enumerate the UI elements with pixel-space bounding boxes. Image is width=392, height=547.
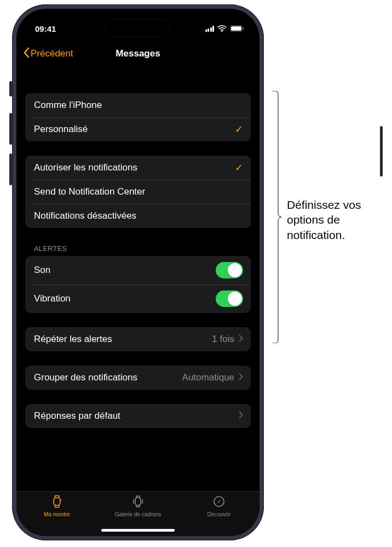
row-label: Vibration [34,293,71,304]
row-notification-grouping[interactable]: Grouper des notifications Automatique [25,366,251,390]
alerts-section-header: ALERTES [34,244,251,253]
navigation-bar: Précédent Messages [16,42,260,66]
checkmark-icon: ✓ [235,124,243,134]
phone-power-button [380,126,383,176]
tab-my-watch[interactable]: Ma montre [16,495,97,536]
row-value: Automatique [182,372,234,383]
row-sound: Son [25,256,251,284]
page-title: Messages [116,48,160,59]
tab-discover[interactable]: Découvrir [178,495,260,536]
grouping-group: Grouper des notifications Automatique [25,366,251,390]
chevron-right-icon [239,334,243,345]
status-time: 09:41 [35,24,56,33]
dynamic-island [106,19,170,37]
row-allow-notifications[interactable]: Autoriser les notifications ✓ [25,156,251,180]
wifi-icon [217,25,227,32]
row-repeat-alerts[interactable]: Répéter les alertes 1 fois [25,327,251,351]
row-send-notification-center[interactable]: Send to Notification Center [25,180,251,204]
callout-bracket [272,91,281,343]
row-label: Réponses par défaut [34,411,120,421]
row-label: Personnalisé [34,124,88,135]
sound-toggle[interactable] [216,262,243,278]
svg-point-4 [61,499,62,500]
row-default-replies[interactable]: Réponses par défaut [25,404,251,428]
back-button[interactable]: Précédent [23,47,73,61]
gallery-icon [131,495,145,509]
chevron-right-icon [239,372,243,383]
row-custom[interactable]: Personnalisé ✓ [25,117,251,141]
svg-rect-1 [231,26,241,31]
phone-frame: 09:41 Précédent Messages [12,4,264,540]
callout-text: Définissez vos options de notification. [287,197,385,242]
row-haptic: Vibration [25,284,251,313]
svg-rect-5 [135,498,141,505]
row-label: Son [34,265,50,276]
row-label: Comme l'iPhone [34,100,102,111]
back-label: Précédent [31,48,73,59]
svg-rect-3 [54,498,60,505]
row-label: Répéter les alertes [34,334,112,345]
row-notifications-off[interactable]: Notifications désactivées [25,204,251,228]
default-replies-group: Réponses par défaut [25,404,251,428]
cellular-signal-icon [205,26,215,32]
row-label: Notifications désactivées [34,210,136,221]
status-icons [205,25,245,32]
settings-content[interactable]: Comme l'iPhone Personnalisé ✓ Autoriser … [16,66,260,491]
row-label: Autoriser les notifications [34,162,137,173]
tab-label: Découvrir [207,511,231,517]
battery-icon [230,25,244,32]
tab-label: Ma montre [44,511,70,517]
alerts-group: Son Vibration [25,256,251,313]
chevron-right-icon [239,411,243,421]
row-mirror-iphone[interactable]: Comme l'iPhone [25,93,251,117]
home-indicator[interactable] [101,529,175,532]
row-label: Grouper des notifications [34,372,137,383]
mirror-group: Comme l'iPhone Personnalisé ✓ [25,93,251,141]
checkmark-icon: ✓ [235,163,243,173]
watch-icon [50,495,64,509]
row-label: Send to Notification Center [34,186,145,197]
svg-rect-2 [243,27,244,30]
compass-icon [212,495,226,509]
chevron-left-icon [23,47,30,61]
phone-screen: 09:41 Précédent Messages [16,9,260,536]
tab-label: Galerie de cadrans [115,511,162,517]
allow-group: Autoriser les notifications ✓ Send to No… [25,156,251,228]
repeat-group: Répéter les alertes 1 fois [25,327,251,351]
haptic-toggle[interactable] [216,290,243,307]
row-value: 1 fois [212,334,234,345]
